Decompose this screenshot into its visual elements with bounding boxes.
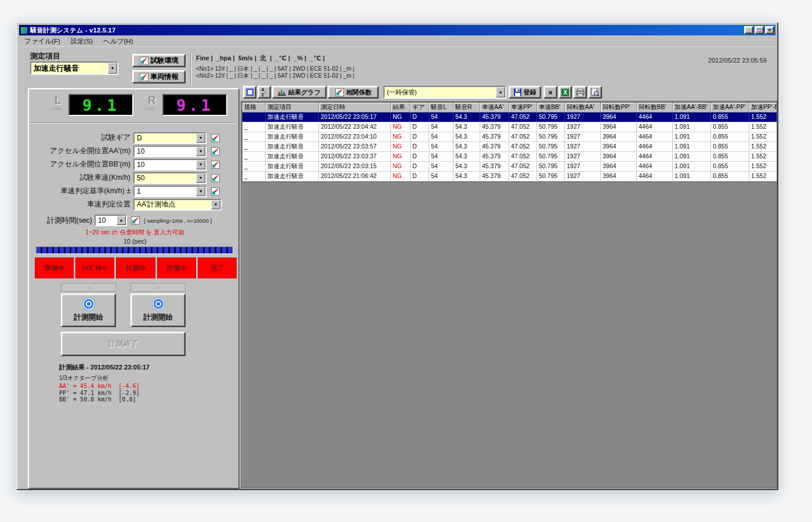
header-cell[interactable]: ギア	[411, 103, 429, 112]
meter-right-value: 9.1	[176, 96, 213, 114]
storage-combobox[interactable]: (一時保管) ▼	[383, 86, 506, 99]
header-cell[interactable]: 車速AA'	[480, 103, 509, 112]
header-cell[interactable]: 加速PP'-BB'	[749, 103, 777, 112]
maximize-button[interactable]: □	[755, 26, 764, 34]
header-cell[interactable]: 車速PP'	[509, 103, 537, 112]
menu-item[interactable]: ファイル(F)	[19, 36, 66, 47]
chevron-down-icon[interactable]: ▼	[117, 216, 126, 225]
header-cell[interactable]: 回転数AA'	[565, 103, 601, 112]
field-label: 車速判定基準(km/h) ±	[29, 186, 133, 196]
form-row: アクセル全開位置BB'(m)10▼	[29, 158, 241, 171]
chevron-down-icon[interactable]: ▼	[211, 200, 220, 209]
table-row[interactable]: _加速走行騒音2012/05/22 23:04:42NGD5454.345.37…	[242, 122, 777, 132]
close-button[interactable]: ×	[765, 26, 774, 34]
checklist-icon	[140, 73, 148, 81]
header-cell[interactable]: 加速AA'-PP'	[711, 103, 749, 112]
register-button[interactable]: 登録	[509, 86, 541, 99]
table-cell: 50.795	[537, 142, 565, 151]
table-row[interactable]: 加速走行騒音2012/05/22 23:05:17NGD5454.345.379…	[242, 113, 777, 122]
vehicle-info-button[interactable]: 車両情報	[132, 70, 186, 84]
measure-item-combobox[interactable]: 加速走行騒音 ▼	[30, 61, 118, 75]
menu-item[interactable]: 設定(S)	[66, 36, 98, 47]
start-option-field-right[interactable]: -	[130, 283, 186, 292]
header-cell[interactable]: 加速AA'-BB'	[673, 103, 711, 112]
title-bar[interactable]: 騒音計測システム - v12.5.17 _ □ ×	[19, 25, 775, 35]
chevron-down-icon[interactable]: ▼	[108, 63, 117, 74]
meter-right-display: 9.1	[162, 94, 227, 116]
header-cell[interactable]: 測定日時	[319, 103, 391, 112]
chevron-down-icon[interactable]: ▼	[196, 173, 205, 183]
table-cell: 1927	[565, 113, 601, 122]
table-cell: 1.091	[673, 122, 711, 132]
status-box: 評価中	[157, 258, 196, 278]
checklist-icon[interactable]	[211, 161, 220, 169]
table-cell: 2012/05/22 23:05:17	[319, 113, 391, 122]
field-label: 試験車速(Km/h)	[29, 173, 133, 183]
table-cell: 3964	[601, 142, 637, 151]
chevron-down-icon[interactable]: ▼	[196, 160, 205, 169]
chevron-down-icon[interactable]: ▼	[196, 187, 205, 196]
field-value: 10	[135, 160, 196, 169]
chevron-down-icon[interactable]: ▼	[196, 133, 205, 143]
checklist-icon	[140, 57, 148, 65]
table-cell: 54	[429, 172, 454, 181]
checklist-icon[interactable]	[211, 174, 220, 182]
start-measurement-button-right[interactable]: 計測開始	[130, 293, 186, 327]
start-measurement-button-left[interactable]: 計測開始	[61, 293, 116, 327]
field-combobox[interactable]: 10▼	[133, 159, 206, 171]
table-row[interactable]: _加速走行騒音2012/05/22 21:06:42NGD5454.345.37…	[242, 172, 777, 182]
checklist-icon[interactable]	[211, 134, 220, 142]
measure-time-combobox[interactable]: 10 ▼	[95, 215, 127, 226]
divider	[190, 52, 191, 86]
field-combobox[interactable]: AA'計測地点▼	[133, 199, 222, 211]
table-cell: 50.795	[537, 172, 565, 181]
delete-button[interactable]: ×	[543, 86, 557, 99]
window-title: 騒音計測システム - v12.5.17	[30, 26, 743, 35]
header-cell[interactable]: 結果	[391, 103, 411, 112]
export-excel-button[interactable]: X	[559, 86, 572, 99]
preview-button[interactable]	[588, 86, 602, 99]
table-row[interactable]: _加速走行騒音2012/05/22 23:03:57NGD5454.345.37…	[242, 142, 777, 152]
field-value: D	[135, 133, 196, 143]
sort-button[interactable]: AZ↓	[258, 86, 271, 99]
header-cell[interactable]: 規格	[242, 103, 266, 112]
header-cell[interactable]: 測定項目	[266, 103, 319, 112]
table-cell: 2012/05/22 23:03:15	[319, 162, 391, 171]
table-cell: 加速走行騒音	[266, 132, 319, 142]
table-row[interactable]: _加速走行騒音2012/05/22 23:03:15NGD5454.345.37…	[242, 162, 777, 172]
checklist-icon[interactable]	[211, 187, 220, 195]
table-row[interactable]: _加速走行騒音2012/05/22 23:04:10NGD5454.345.37…	[242, 132, 777, 142]
menu-item[interactable]: ヘルプ(H)	[98, 36, 138, 47]
field-combobox[interactable]: D▼	[133, 132, 206, 144]
table-cell: 45.379	[480, 132, 509, 142]
table-cell: 加速走行騒音	[266, 113, 319, 122]
header-cell[interactable]: 回転数PP'	[601, 103, 637, 112]
meter-left-label: L	[55, 94, 61, 107]
table-cell: 54	[429, 132, 454, 142]
header-cell[interactable]: 騒音L	[429, 103, 454, 112]
minimize-button[interactable]: _	[744, 26, 753, 34]
stop-measurement-button[interactable]: 計測終了	[61, 332, 186, 356]
checklist-icon[interactable]	[211, 147, 220, 155]
table-row[interactable]: _加速走行騒音2012/05/22 23:03:37NGD5454.345.37…	[242, 152, 777, 162]
table-cell: 50.795	[537, 113, 565, 122]
header-cell[interactable]: 回転数BB'	[637, 103, 673, 112]
header-cell[interactable]: 車速BB'	[537, 103, 565, 112]
field-combobox[interactable]: 1▼	[133, 186, 206, 197]
correlation-button[interactable]: 相関係数	[328, 86, 379, 99]
field-combobox[interactable]: 10▼	[133, 146, 206, 157]
print-button[interactable]	[573, 86, 587, 99]
record-target-icon	[83, 298, 95, 310]
chevron-down-icon[interactable]: ▼	[196, 147, 205, 156]
sampling-note: [ sampling=1ms , n=10000 ]	[144, 217, 212, 224]
start-option-field-left[interactable]: -	[61, 283, 116, 292]
header-cell[interactable]: 騒音R	[454, 103, 480, 112]
checklist-icon[interactable]	[131, 216, 140, 224]
copy-grid-button[interactable]	[243, 86, 256, 99]
result-graph-button[interactable]: 結果グラフ	[272, 86, 327, 99]
test-environment-button[interactable]: 試験環境	[132, 54, 186, 67]
chevron-down-icon[interactable]: ▼	[496, 87, 505, 97]
progress-bar	[36, 246, 233, 254]
table-cell: 45.379	[480, 113, 509, 122]
field-combobox[interactable]: 50▼	[133, 172, 206, 184]
